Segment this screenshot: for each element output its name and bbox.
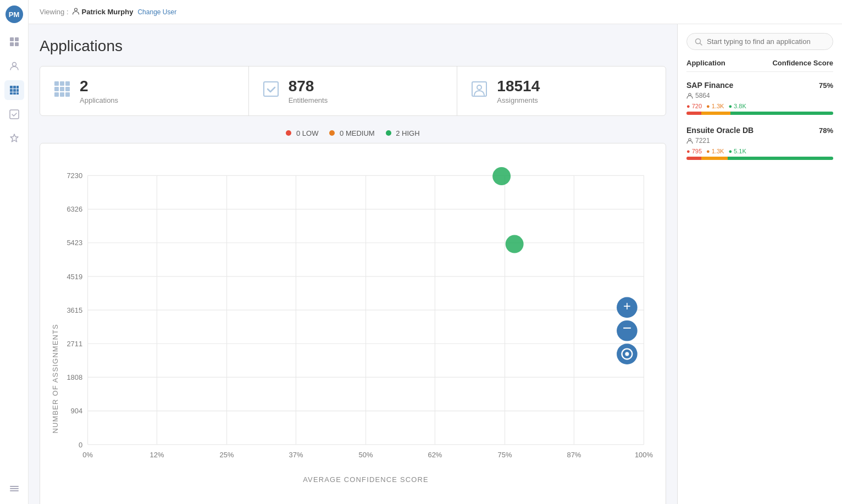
main-area: Viewing : Patrick Murphy Change User App…	[29, 0, 842, 504]
risk-low-oracle: ● 795	[686, 148, 702, 154]
svg-rect-28	[264, 82, 278, 96]
svg-text:+: +	[623, 299, 631, 313]
svg-text:100%: 100%	[635, 451, 653, 459]
svg-text:37%: 37%	[289, 451, 303, 459]
svg-rect-25	[54, 92, 59, 97]
svg-rect-17	[10, 490, 19, 491]
seg-green-sap	[730, 112, 833, 115]
svg-text:1808: 1808	[67, 373, 82, 381]
stat-value-assignments: 18514	[497, 77, 540, 95]
sidebar: PM	[0, 0, 29, 504]
svg-text:3615: 3615	[67, 306, 82, 314]
data-point-sap-finance[interactable]	[506, 235, 524, 253]
svg-text:50%: 50%	[359, 451, 373, 459]
svg-rect-8	[10, 89, 13, 92]
scatter-chart: NUMBER OF ASSIGNMENTS 7230 6326 5423 451…	[49, 152, 657, 504]
app-name-oracle: Ensuite Oracle DB	[686, 126, 754, 135]
sidebar-item-users[interactable]	[4, 56, 24, 76]
svg-text:0: 0	[79, 441, 82, 449]
app-entry-ensuite-oracle[interactable]: Ensuite Oracle DB 78% 7221 ● 795 ● 1.3K …	[686, 126, 833, 160]
chart-container: NUMBER OF ASSIGNMENTS 7230 6326 5423 451…	[40, 143, 666, 504]
svg-text:5423: 5423	[67, 239, 82, 247]
svg-rect-16	[10, 488, 19, 489]
progress-bar-sap	[686, 112, 833, 115]
svg-rect-10	[16, 89, 19, 92]
svg-rect-12	[13, 92, 16, 95]
stat-card-applications: 2 Applications	[40, 67, 249, 115]
svg-rect-21	[65, 81, 70, 86]
svg-text:904: 904	[71, 407, 83, 415]
sidebar-item-applications[interactable]	[4, 80, 24, 100]
search-input[interactable]	[707, 37, 825, 46]
svg-rect-23	[60, 87, 64, 91]
seg-green-oracle	[728, 157, 833, 160]
legend-dot-medium	[329, 130, 335, 136]
data-point-ensuite-oracle[interactable]	[492, 167, 511, 185]
legend-high: 2 HIGH	[386, 129, 420, 137]
assignments-icon	[470, 80, 488, 102]
svg-point-4	[12, 63, 16, 67]
sidebar-item-settings[interactable]	[4, 479, 24, 499]
svg-text:25%: 25%	[220, 451, 234, 459]
search-box[interactable]	[686, 33, 833, 50]
stat-value-applications: 2	[80, 77, 118, 95]
svg-text:12%: 12%	[150, 451, 164, 459]
svg-rect-11	[10, 92, 13, 95]
avatar: PM	[5, 5, 23, 23]
top-bar: Viewing : Patrick Murphy Change User	[29, 0, 842, 24]
seg-red-sap	[686, 112, 701, 115]
app-score-oracle: 78%	[819, 126, 833, 135]
svg-rect-0	[10, 37, 14, 41]
legend-medium: 0 MEDIUM	[329, 129, 374, 137]
svg-rect-7	[16, 86, 19, 88]
svg-text:0%: 0%	[82, 451, 93, 459]
svg-rect-27	[65, 92, 70, 97]
svg-rect-26	[60, 92, 64, 97]
svg-rect-2	[10, 42, 14, 46]
svg-rect-24	[65, 87, 70, 91]
risk-high-sap: ● 3.8K	[728, 103, 746, 109]
change-user-link[interactable]: Change User	[137, 8, 176, 16]
app-users-sap: 5864	[686, 92, 833, 99]
svg-text:2711: 2711	[67, 340, 82, 348]
risk-low-sap: ● 720	[686, 103, 702, 109]
svg-point-30	[477, 85, 481, 90]
app-users-oracle: 7221	[686, 137, 833, 145]
applications-icon	[53, 80, 71, 102]
app-entry-sap-finance[interactable]: SAP Finance 75% 5864 ● 720 ● 1.3K ● 3.8K	[686, 81, 833, 115]
svg-point-72	[625, 352, 629, 356]
stat-card-entitlements: 878 Entitlements	[249, 67, 458, 115]
risk-counts-oracle: ● 795 ● 1.3K ● 5.1K	[686, 148, 833, 154]
svg-text:4519: 4519	[67, 273, 82, 281]
sidebar-item-dashboard[interactable]	[4, 32, 24, 52]
entitlements-icon	[262, 80, 280, 102]
sidebar-item-rules[interactable]	[4, 129, 24, 148]
user-icon	[72, 7, 80, 16]
svg-rect-13	[16, 92, 19, 95]
seg-red-oracle	[686, 157, 701, 160]
svg-rect-5	[10, 86, 13, 88]
stat-label-assignments: Assignments	[497, 96, 540, 104]
seg-orange-oracle	[701, 157, 728, 160]
risk-medium-oracle: ● 1.3K	[706, 148, 724, 154]
sidebar-item-tasks[interactable]	[4, 104, 24, 124]
svg-text:75%: 75%	[498, 451, 512, 459]
col-application: Application	[686, 59, 725, 67]
svg-text:7230: 7230	[67, 171, 82, 180]
app-score-sap: 75%	[819, 81, 833, 90]
risk-medium-sap: ● 1.3K	[706, 103, 724, 109]
svg-rect-9	[13, 89, 16, 92]
content-wrapper: Applications	[29, 24, 842, 504]
legend-dot-high	[386, 130, 391, 136]
svg-point-18	[74, 8, 77, 11]
stat-card-assignments: 18514 Assignments	[457, 67, 666, 115]
panel-header: Application Confidence Score	[686, 59, 833, 72]
svg-rect-1	[15, 37, 19, 41]
svg-rect-3	[15, 42, 19, 46]
svg-rect-6	[13, 86, 16, 88]
chart-legend: 0 LOW 0 MEDIUM 2 HIGH	[40, 129, 666, 137]
svg-rect-19	[54, 81, 59, 86]
svg-text:62%: 62%	[428, 451, 442, 459]
risk-high-oracle: ● 5.1K	[728, 148, 746, 154]
svg-rect-14	[10, 110, 19, 119]
